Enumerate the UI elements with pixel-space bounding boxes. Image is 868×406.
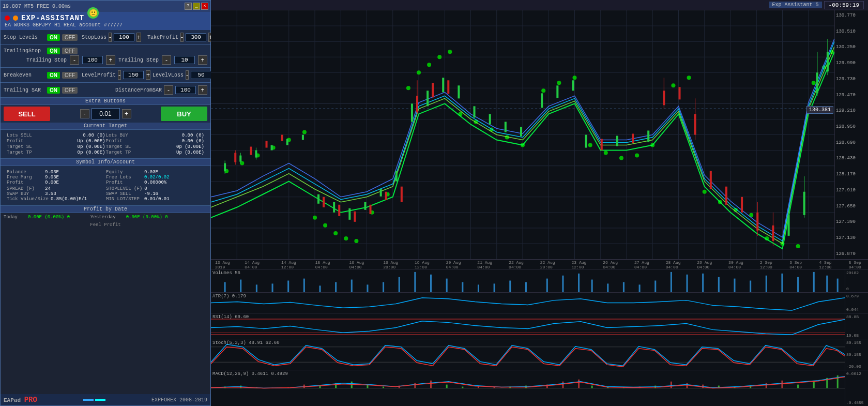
ts-plus[interactable]: +: [106, 55, 115, 65]
step-value: 10: [174, 56, 195, 64]
dist-minus[interactable]: -: [164, 85, 173, 95]
svg-rect-209: [494, 387, 495, 388]
help-button[interactable]: ?: [185, 3, 192, 10]
svg-point-45: [323, 223, 327, 228]
lp-minus[interactable]: -: [118, 70, 121, 80]
svg-rect-93: [364, 202, 366, 210]
breakeven-on[interactable]: ON: [47, 72, 60, 79]
svg-rect-111: [281, 135, 283, 141]
title-bar: 19.807 MT5 FREE 0.00ms ? _ ×: [1, 1, 210, 12]
lvl-minus[interactable]: -: [186, 70, 189, 80]
svg-point-77: [796, 244, 800, 248]
svg-rect-121: [447, 80, 449, 94]
svg-rect-116: [385, 192, 387, 200]
svg-rect-185: [826, 276, 828, 292]
volume-label: Volumes 56: [212, 270, 240, 276]
rsi-label: RSI(14) 69.60: [212, 314, 249, 320]
step-plus[interactable]: +: [198, 55, 207, 65]
svg-rect-95: [395, 171, 398, 182]
stoch-label: Stoch(5,3,3) 48.91 62.60: [212, 340, 280, 345]
chart-header: Exp Assistant 5 -00:59:19: [211, 0, 868, 10]
svg-rect-154: [335, 282, 337, 292]
sell-button[interactable]: SELL: [4, 107, 50, 121]
svg-rect-98: [442, 78, 444, 92]
stop-levels-on[interactable]: ON: [47, 34, 60, 41]
panel-header: EXP-ASSISTANT 🙂 EA WORKS GBPJPY H1 REAL …: [1, 12, 210, 30]
svg-point-78: [812, 81, 816, 85]
stop-levels-off[interactable]: OFF: [62, 34, 78, 41]
svg-rect-175: [671, 272, 672, 292]
svg-rect-152: [303, 279, 305, 292]
svg-rect-132: [710, 171, 712, 189]
tp-value: 300: [186, 33, 206, 41]
svg-rect-213: [562, 382, 564, 388]
atr-scale: 0.679 0.044: [845, 293, 868, 313]
close-button[interactable]: ×: [201, 3, 208, 10]
left-panel: 19.807 MT5 FREE 0.00ms ? _ × EXP-ASSISTA…: [0, 0, 211, 406]
panel-footer: EAPad PRO EXPFOREX 2008-2019: [1, 394, 210, 405]
svg-rect-227: [781, 381, 783, 388]
svg-rect-103: [520, 127, 522, 136]
candle-chart-svg: [211, 10, 834, 259]
svg-rect-200: [351, 382, 353, 388]
symbol-info-section: Balance9.03E Free Marg9.03E Profit0.00E …: [1, 166, 210, 206]
svg-point-61: [541, 88, 545, 93]
minimize-button[interactable]: _: [193, 3, 200, 10]
trailing-stop-on[interactable]: ON: [47, 48, 60, 54]
lots-minus[interactable]: -: [80, 109, 89, 118]
svg-rect-122: [585, 135, 587, 148]
rsi-sub-chart: RSI(14) 69.60 88.8B 10.0B: [211, 313, 868, 339]
svg-point-64: [588, 143, 592, 147]
tp-minus[interactable]: -: [180, 33, 184, 42]
lvl-value: 50: [191, 71, 211, 79]
feel-profit-text: Feel Profit: [1, 221, 210, 229]
svg-point-51: [406, 86, 410, 90]
title-bar-info: 19.807 MT5 FREE 0.00ms: [3, 4, 71, 9]
lots-input[interactable]: 0.01: [92, 108, 120, 119]
svg-rect-173: [639, 284, 641, 292]
exp-assist-label: Exp Assistant 5: [769, 2, 822, 8]
svg-rect-180: [750, 281, 751, 292]
svg-rect-91: [333, 202, 335, 213]
svg-rect-97: [427, 91, 429, 106]
stoch-scale: 80.155 80.155 -20.00: [845, 339, 868, 370]
svg-rect-169: [578, 274, 580, 292]
svg-point-66: [619, 156, 623, 160]
svg-rect-101: [489, 114, 491, 124]
svg-rect-215: [591, 386, 593, 388]
svg-rect-186: [837, 279, 839, 292]
sar-on[interactable]: ON: [47, 87, 60, 94]
atr-sub-chart: ATR(7) 0.179 0.679 0.044: [211, 292, 868, 313]
svg-rect-149: [256, 284, 257, 292]
current-price: 130.381: [809, 107, 831, 113]
lp-plus[interactable]: +: [146, 70, 150, 80]
expforex-text: EXPFOREX 2008-2019: [151, 397, 207, 403]
ts-minus[interactable]: -: [70, 55, 79, 65]
svg-rect-126: [647, 130, 649, 142]
svg-rect-206: [446, 385, 448, 388]
svg-point-48: [354, 239, 358, 243]
svg-rect-153: [319, 285, 321, 292]
svg-rect-168: [562, 276, 564, 292]
step-minus[interactable]: -: [162, 55, 171, 65]
svg-rect-115: [370, 205, 372, 214]
buy-button[interactable]: BUY: [161, 107, 207, 121]
trailing-stop-off[interactable]: OFF: [62, 48, 78, 54]
sl-plus[interactable]: +: [136, 33, 141, 42]
svg-rect-96: [411, 103, 413, 122]
dist-label: DistanceFromSAR: [115, 87, 162, 93]
breakeven-off[interactable]: OFF: [62, 72, 78, 79]
svg-rect-90: [317, 194, 319, 204]
dist-plus[interactable]: +: [198, 85, 207, 95]
sl-minus[interactable]: -: [109, 33, 112, 42]
svg-point-62: [557, 81, 561, 85]
extra-buttons-section: SELL - 0.01 + BUY: [1, 105, 210, 123]
svg-rect-151: [287, 281, 289, 292]
rsi-scale: 88.8B 10.0B: [845, 313, 868, 339]
exp-subtitle: EA WORKS GBPJPY H1 REAL account #77777: [5, 22, 206, 28]
lvl-label: LevelVLoss: [153, 72, 184, 78]
svg-rect-204: [414, 383, 416, 388]
sar-off[interactable]: OFF: [62, 87, 78, 94]
lots-plus[interactable]: +: [122, 109, 131, 118]
extra-buttons-header: Extra Buttons: [1, 98, 210, 105]
